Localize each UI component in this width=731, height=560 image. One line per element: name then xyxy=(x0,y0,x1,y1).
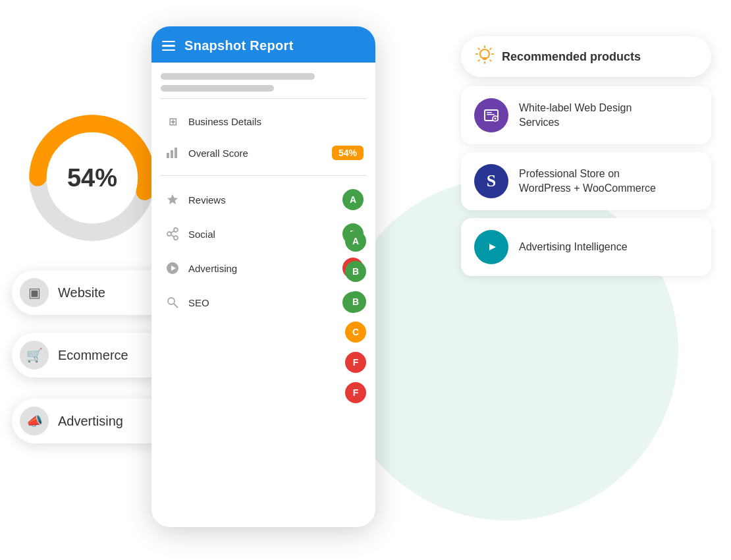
business-details-row: ⊞ Business Details xyxy=(161,105,366,137)
business-details-label: Business Details xyxy=(188,116,364,127)
divider-2 xyxy=(161,175,366,176)
svg-rect-28 xyxy=(487,112,492,113)
svg-rect-3 xyxy=(171,150,173,158)
scene: 54% ▣ Website C 🛒 Ecommerce F 📣 Advertis… xyxy=(0,0,731,560)
score-b2: B xyxy=(345,291,366,312)
rec-item-woocommerce[interactable]: S Professional Store onWordPress + WooCo… xyxy=(461,152,711,210)
svg-point-6 xyxy=(167,232,171,236)
svg-rect-29 xyxy=(487,114,495,115)
phone-header: Snapshot Report xyxy=(151,26,375,63)
phone-title: Snapshot Report xyxy=(184,38,294,53)
rec-item-webdesign[interactable]: White-label Web DesignServices xyxy=(461,86,711,144)
lightbulb-icon xyxy=(475,45,494,68)
score-a1: A xyxy=(345,231,366,252)
seo-label: SEO xyxy=(188,297,336,308)
overall-score-label: Overall Score xyxy=(188,148,325,159)
svg-line-22 xyxy=(490,48,491,49)
website-label: Website xyxy=(58,285,149,300)
overall-score-icon xyxy=(163,144,182,162)
score-c1: C xyxy=(345,322,366,343)
svg-line-14 xyxy=(174,304,178,308)
phone-mockup: Snapshot Report ⊞ Business Details xyxy=(151,26,375,527)
social-row: Social B xyxy=(161,217,366,251)
ecommerce-label: Ecommerce xyxy=(58,348,155,363)
reviews-grade: A xyxy=(342,189,364,210)
svg-marker-5 xyxy=(167,194,178,204)
svg-line-9 xyxy=(171,231,174,233)
webdesign-label: White-label Web DesignServices xyxy=(519,101,632,129)
recommended-panel: Recommended products White-label Web Des… xyxy=(461,36,711,284)
social-icon xyxy=(163,225,182,243)
reviews-label: Reviews xyxy=(188,194,336,206)
skeleton-line-2 xyxy=(161,85,274,92)
phone-advertising-row: Advertising F xyxy=(161,251,366,285)
business-details-icon: ⊞ xyxy=(163,112,182,130)
svg-point-13 xyxy=(168,298,175,304)
seo-row: SEO A xyxy=(161,285,366,320)
phone-body: ⊞ Business Details Overall Score 54% xyxy=(151,63,375,320)
advertising-label: Advertising xyxy=(58,414,149,429)
svg-rect-4 xyxy=(175,148,177,158)
seo-icon xyxy=(163,293,182,312)
svg-point-15 xyxy=(480,49,489,59)
overall-score-badge: 54% xyxy=(332,146,364,160)
rec-item-advertising[interactable]: Advertising Intelligence xyxy=(461,218,711,276)
score-column: A B B C F F xyxy=(345,231,366,403)
donut-chart: 54% xyxy=(20,105,165,250)
score-f1: F xyxy=(345,352,366,373)
phone-advertising-label: Advertising xyxy=(188,263,336,274)
woocommerce-icon: S xyxy=(474,164,508,198)
svg-line-21 xyxy=(490,60,491,61)
advertising-icon: 📣 xyxy=(20,406,49,435)
reviews-icon xyxy=(163,190,182,209)
svg-line-10 xyxy=(171,235,174,237)
ecommerce-icon: 🛒 xyxy=(20,341,49,370)
donut-label: 54% xyxy=(67,164,117,192)
svg-point-8 xyxy=(174,236,178,240)
hamburger-menu-icon[interactable] xyxy=(162,41,175,51)
divider-1 xyxy=(161,98,366,99)
svg-line-20 xyxy=(478,48,479,49)
advertising-intel-label: Advertising Intelligence xyxy=(519,240,628,254)
score-f2: F xyxy=(345,382,366,403)
svg-rect-2 xyxy=(167,153,169,158)
woocommerce-label: Professional Store onWordPress + WooComm… xyxy=(519,167,656,195)
skeleton-line-1 xyxy=(161,73,315,80)
svg-line-23 xyxy=(478,60,479,61)
website-icon: ▣ xyxy=(20,278,49,307)
reviews-row: Reviews A xyxy=(161,182,366,217)
svg-point-7 xyxy=(174,228,178,232)
webdesign-icon xyxy=(474,98,508,132)
overall-score-row: Overall Score 54% xyxy=(161,137,366,169)
score-b1: B xyxy=(345,261,366,282)
recommended-title: Recommended products xyxy=(502,50,641,64)
phone-advertising-icon xyxy=(163,259,182,277)
advertising-intel-icon xyxy=(474,230,508,264)
social-label: Social xyxy=(188,229,336,240)
recommended-header: Recommended products xyxy=(461,36,711,77)
